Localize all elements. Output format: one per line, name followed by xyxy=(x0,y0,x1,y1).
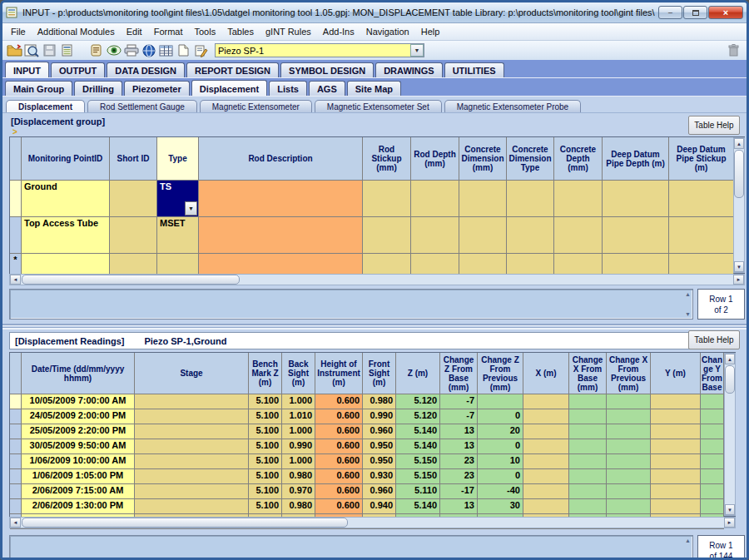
cell-change-z-from-previous[interactable]: 0 xyxy=(478,439,523,454)
cell-change-y-from-base[interactable] xyxy=(701,454,724,469)
cell-x[interactable] xyxy=(523,424,569,439)
cell-change-x-from-base[interactable] xyxy=(569,409,607,424)
cell-deep-datum-pipe-stickup[interactable] xyxy=(669,217,734,254)
cell-change-z-from-previous[interactable]: 30 xyxy=(478,499,523,514)
cell-deep-datum-pipe-depth[interactable] xyxy=(603,181,669,217)
column-header-row-selector[interactable] xyxy=(10,137,22,181)
trash-icon[interactable] xyxy=(727,43,740,60)
column-header-deep-datum-pipe-stickup[interactable]: Deep Datum Pipe Stickup (m) xyxy=(669,137,734,181)
cell-change-y-from-base[interactable] xyxy=(701,484,724,499)
cell-y[interactable] xyxy=(651,484,701,499)
tab-ags[interactable]: AGS xyxy=(309,81,345,96)
cell-rod-stickup[interactable] xyxy=(363,181,411,217)
cell-monitoring-pointid[interactable]: Ground xyxy=(22,181,110,217)
cell-rod-description[interactable] xyxy=(199,217,363,254)
cell-date-time[interactable]: 30/05/2009 9:50:00 AM xyxy=(22,439,135,454)
cell-change-z-from-previous[interactable]: 0 xyxy=(478,469,523,484)
cell-change-z-from-previous[interactable]: -40 xyxy=(478,484,523,499)
cell-type[interactable]: TS▼ xyxy=(157,181,199,217)
preview-icon[interactable] xyxy=(23,42,41,58)
row-selector-cell[interactable] xyxy=(10,484,22,499)
cell-rod-description[interactable] xyxy=(199,254,363,275)
column-header-front-sight[interactable]: Front Sight (m) xyxy=(363,353,396,394)
cell-rod-stickup[interactable] xyxy=(363,254,411,275)
column-header-rod-description[interactable]: Rod Description xyxy=(199,137,363,181)
tab-input[interactable]: INPUT xyxy=(5,62,49,77)
cell-y[interactable] xyxy=(651,454,701,469)
subtab-displacement[interactable]: Displacement xyxy=(6,100,85,112)
cell-bench-mark-z[interactable]: 5.100 xyxy=(249,409,282,424)
cell-date-time[interactable]: 1/06/2009 10:00:00 AM xyxy=(22,454,135,469)
cell-z[interactable]: 5.110 xyxy=(396,484,440,499)
menu-edit[interactable]: Edit xyxy=(121,25,148,38)
cell-stage[interactable] xyxy=(135,454,249,469)
print-icon[interactable] xyxy=(122,42,140,58)
column-header-x[interactable]: X (m) xyxy=(523,353,569,394)
cell-date-time[interactable]: 2/06/2009 7:15:00 AM xyxy=(22,484,135,499)
cell-rod-depth[interactable] xyxy=(411,217,459,254)
cell-change-x-from-base[interactable] xyxy=(569,439,607,454)
scroll-thumb[interactable] xyxy=(725,365,735,394)
cell-type[interactable] xyxy=(157,254,199,275)
readings-grid-vscrollbar[interactable]: ▲ ▼ xyxy=(724,353,736,516)
save-icon[interactable] xyxy=(41,42,58,58)
cell-x[interactable] xyxy=(523,499,569,514)
remarks-memo-top[interactable]: ▲▼ xyxy=(9,289,693,320)
table-icon[interactable] xyxy=(157,42,175,58)
cell-bench-mark-z[interactable]: 5.100 xyxy=(249,439,282,454)
cell-change-z-from-base[interactable]: -17 xyxy=(440,484,478,499)
cell-y[interactable] xyxy=(651,424,701,439)
cell-type[interactable]: MSET xyxy=(157,217,199,254)
table-help-button-bottom[interactable]: Table Help xyxy=(688,330,740,349)
cell-front-sight[interactable]: 0.960 xyxy=(363,484,396,499)
cell-y[interactable] xyxy=(651,499,701,514)
menu-format[interactable]: Format xyxy=(148,25,189,38)
cell-y[interactable] xyxy=(651,409,701,424)
section-divider[interactable] xyxy=(2,324,747,330)
cell-change-x-from-base[interactable] xyxy=(569,469,607,484)
scroll-thumb[interactable] xyxy=(22,518,348,528)
cell-change-x-from-previous[interactable] xyxy=(607,454,651,469)
cell-x[interactable] xyxy=(523,394,569,409)
cell-x[interactable] xyxy=(523,454,569,469)
cell-z[interactable]: 5.150 xyxy=(396,469,440,484)
column-header-stage[interactable]: Stage xyxy=(135,353,249,394)
menu-navigation[interactable]: Navigation xyxy=(360,25,415,38)
cell-stage[interactable] xyxy=(135,409,249,424)
tab-site-map[interactable]: Site Map xyxy=(347,81,401,96)
displacement-grid-vscrollbar[interactable]: ▲ ▼ xyxy=(733,137,745,273)
cell-concrete-dimension-type[interactable] xyxy=(507,254,554,275)
cell-change-z-from-previous[interactable] xyxy=(478,394,523,409)
cell-change-x-from-previous[interactable] xyxy=(607,499,651,514)
cell-front-sight[interactable]: 0.990 xyxy=(363,409,396,424)
cell-concrete-depth[interactable] xyxy=(554,181,603,217)
cell-change-z-from-base[interactable]: -7 xyxy=(440,409,478,424)
row-selector-cell[interactable] xyxy=(10,439,22,454)
column-header-y[interactable]: Y (m) xyxy=(651,353,701,394)
cell-change-x-from-base[interactable] xyxy=(569,394,607,409)
cell-change-x-from-previous[interactable] xyxy=(607,469,651,484)
column-header-date-time[interactable]: Date/Time (dd/mm/yyyy hhmm) xyxy=(22,353,135,394)
cell-back-sight[interactable]: 1.010 xyxy=(282,409,315,424)
cell-back-sight[interactable]: 1.000 xyxy=(282,424,315,439)
cell-concrete-dimension-type[interactable] xyxy=(507,181,554,217)
row-selector-cell[interactable] xyxy=(10,217,22,254)
cell-change-y-from-base[interactable] xyxy=(701,409,724,424)
tab-lists[interactable]: Lists xyxy=(269,81,307,96)
cell-monitoring-pointid[interactable] xyxy=(22,254,110,275)
cell-y[interactable] xyxy=(651,469,701,484)
cell-short-id[interactable] xyxy=(110,181,157,217)
displacement-grid-hscrollbar[interactable]: ◄ ► xyxy=(9,274,745,285)
cell-bench-mark-z[interactable]: 5.100 xyxy=(249,499,282,514)
column-header-back-sight[interactable]: Back Sight (m) xyxy=(282,353,315,394)
cell-change-y-from-base[interactable] xyxy=(701,469,724,484)
row-selector-cell[interactable] xyxy=(10,409,22,424)
scroll-thumb[interactable] xyxy=(22,275,240,285)
cell-stage[interactable] xyxy=(135,469,249,484)
cell-bench-mark-z[interactable]: 5.100 xyxy=(249,454,282,469)
row-selector-cell[interactable] xyxy=(10,181,22,217)
cell-z[interactable]: 5.150 xyxy=(396,454,440,469)
cell-change-z-from-previous[interactable]: 10 xyxy=(478,454,523,469)
cell-change-y-from-base[interactable] xyxy=(701,499,724,514)
menu-additional-modules[interactable]: Additional Modules xyxy=(32,25,121,38)
